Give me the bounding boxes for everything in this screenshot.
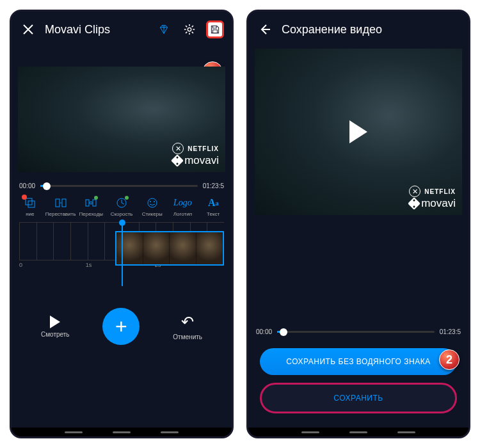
time-total: 01:23:5 (440, 328, 461, 335)
premium-diamond-icon[interactable] (155, 20, 173, 38)
close-icon[interactable] (19, 20, 37, 38)
svg-rect-1 (26, 198, 32, 205)
svg-point-11 (154, 201, 155, 202)
save-button[interactable]: СОХРАНИТЬ (260, 383, 457, 413)
save-disk-button[interactable] (206, 20, 224, 38)
watch-button[interactable]: Смотреть (41, 316, 70, 338)
watermark-overlay: ✕NETFLIX movavi (172, 142, 219, 167)
time-current: 00:00 (256, 328, 272, 335)
time-current: 00:00 (19, 182, 35, 189)
svg-rect-4 (62, 199, 66, 207)
svg-rect-6 (93, 200, 96, 206)
back-arrow-icon[interactable] (256, 20, 274, 38)
play-icon (50, 316, 60, 328)
save-preview[interactable]: ✕NETFLIX movavi (255, 49, 462, 215)
svg-point-7 (90, 202, 92, 204)
android-nav-bar (12, 428, 232, 436)
tool-stickers[interactable]: Стикеры (139, 196, 166, 217)
watermark-close-icon[interactable]: ✕ (409, 186, 420, 197)
playback-slider-row: 00:00 01:23:5 (12, 179, 232, 193)
clip-thumbnail[interactable] (115, 231, 224, 266)
movavi-logo-icon (408, 197, 420, 210)
save-title: Сохранение видео (282, 23, 461, 36)
android-nav-bar (248, 428, 468, 436)
editor-header: Movavi Clips (12, 12, 232, 47)
undo-button[interactable]: ↶ Отменить (173, 313, 202, 340)
watermark-close-icon[interactable]: ✕ (172, 143, 184, 154)
save-slider[interactable] (277, 331, 435, 333)
tool-speed[interactable]: Скорость (108, 196, 135, 217)
save-slider-row: 00:00 01:23:5 (248, 324, 468, 339)
time-total: 01:23:5 (203, 182, 224, 189)
svg-rect-5 (86, 200, 89, 206)
tool-text[interactable]: AaТекст (200, 196, 227, 217)
tool-crop[interactable]: ние (17, 196, 44, 217)
playback-slider[interactable] (40, 185, 198, 187)
svg-point-9 (148, 198, 157, 207)
settings-gear-icon[interactable] (180, 20, 198, 38)
tool-row: ние Переставить Переходы Скорость Стикер… (12, 193, 232, 220)
movavi-logo-icon (171, 154, 184, 167)
tool-rearrange[interactable]: Переставить (47, 196, 74, 217)
video-preview[interactable]: ✕NETFLIX movavi (18, 67, 225, 172)
playhead[interactable] (122, 222, 123, 286)
svg-point-0 (188, 28, 191, 31)
step-badge-2: 2 (439, 349, 460, 370)
timeline[interactable]: 0 1s 2s (12, 222, 232, 299)
watermark-overlay: ✕NETFLIX movavi (409, 185, 456, 210)
add-fab-button[interactable]: + (102, 308, 140, 345)
app-title: Movavi Clips (45, 23, 147, 36)
undo-icon: ↶ (181, 313, 194, 331)
save-buttons: СОХРАНИТЬ БЕЗ ВОДЯНОГО ЗНАКА СОХРАНИТЬ (248, 339, 468, 428)
save-no-watermark-button[interactable]: СОХРАНИТЬ БЕЗ ВОДЯНОГО ЗНАКА (260, 348, 457, 375)
tool-transitions[interactable]: Переходы (77, 196, 104, 217)
svg-rect-2 (28, 201, 35, 207)
play-center-icon[interactable] (349, 120, 367, 143)
save-header: Сохранение видео (248, 12, 468, 47)
tool-logo[interactable]: LogoЛоготип (170, 196, 196, 217)
svg-point-10 (150, 201, 151, 202)
bottom-bar: Смотреть + ↶ Отменить (12, 299, 232, 358)
svg-rect-3 (56, 199, 60, 207)
